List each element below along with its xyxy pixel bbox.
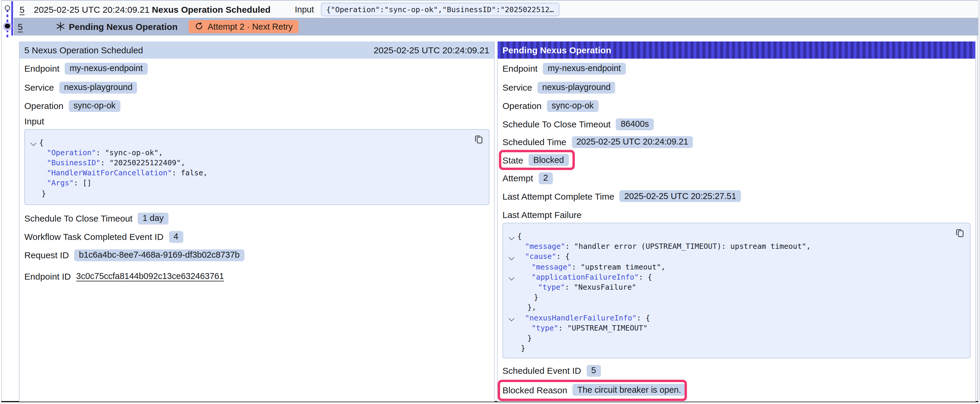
- field-schedule-to-close-timeout: Schedule To Close Timeout 1 day: [24, 212, 169, 225]
- json-text: : {: [636, 313, 650, 322]
- blocked-reason-annotation-highlight: [498, 380, 687, 401]
- json-text: }: [534, 293, 538, 301]
- event-id-link[interactable]: 5: [19, 4, 25, 14]
- last-attempt-failure-label: Last Attempt Failure: [503, 208, 582, 221]
- attempt-retry-badge-label: Attempt 2 · Next Retry: [208, 22, 293, 32]
- json-key: "applicationFailureInfo": [531, 273, 639, 281]
- field-label: Attempt: [503, 173, 533, 183]
- field-label: Schedule To Close Timeout: [503, 119, 611, 129]
- copy-icon[interactable]: [474, 134, 484, 144]
- field-workflow-task-completed-event-id: Workflow Task Completed Event ID 4: [24, 230, 183, 243]
- field-value-badge: b1c6a4bc-8ee7-468a-9169-df3b02c8737b: [74, 249, 244, 261]
- json-text: : "handler error (UPSTREAM_TIMEOUT): ups…: [565, 242, 811, 250]
- field-attempt: Attempt 2: [503, 171, 553, 185]
- selected-event-accent-bar: [11, 1, 13, 36]
- json-key: "BusinessID": [47, 158, 100, 167]
- json-key: "Args": [47, 179, 73, 187]
- pending-event-name: Pending Nexus Operation: [69, 22, 178, 32]
- field-endpoint-id: Endpoint ID 3c0c75ccfa8144b092c13ce63246…: [24, 269, 224, 282]
- field-label: Operation: [503, 101, 542, 111]
- json-text: }: [521, 344, 525, 352]
- pending-panel-header: Pending Nexus Operation: [498, 41, 975, 59]
- field-label: Service: [24, 82, 54, 92]
- json-text: }: [527, 334, 532, 342]
- chevron-down-icon[interactable]: [509, 254, 514, 260]
- field-value-badge: 1 day: [138, 212, 169, 224]
- pending-panel-title: Pending Nexus Operation: [503, 45, 611, 55]
- json-key: "message": [531, 262, 571, 271]
- asterisk-icon: [56, 22, 65, 32]
- json-text: : "UPSTREAM_TIMEOUT": [558, 323, 648, 332]
- chevron-down-icon[interactable]: [509, 234, 514, 239]
- endpoint-id-link[interactable]: 3c0c75ccfa8144b092c13ce632463761: [76, 271, 224, 281]
- event-row-nexus-operation-scheduled[interactable]: 5 2025-02-25 UTC 20:24:09.21 Nexus Opera…: [13, 1, 978, 17]
- scrollbar-track[interactable]: [978, 0, 980, 404]
- field-value-badge: 5: [586, 364, 601, 377]
- json-text: : "upstream timeout",: [571, 262, 665, 271]
- attempt-retry-badge: Attempt 2 · Next Retry: [189, 20, 299, 33]
- copy-icon[interactable]: [955, 228, 964, 238]
- timeline-open-circle-marker: [5, 5, 10, 11]
- field-operation: Operation sync-op-ok: [24, 99, 121, 112]
- json-key: "type": [538, 282, 565, 292]
- field-value-badge: nexus-playground: [59, 81, 137, 93]
- json-text: },: [527, 303, 536, 312]
- scheduled-panel-header: 5 Nexus Operation Scheduled 2025-02-25 U…: [19, 41, 494, 59]
- json-key: "Operation": [47, 148, 96, 157]
- chevron-down-icon[interactable]: [509, 275, 514, 280]
- field-label: Last Attempt Complete Time: [503, 191, 614, 201]
- field-scheduled-time: Scheduled Time 2025-02-25 UTC 20:24:09.2…: [503, 135, 693, 148]
- event-id-link[interactable]: 5: [18, 22, 23, 32]
- field-label: Service: [503, 82, 532, 92]
- event-name: Nexus Operation Scheduled: [152, 4, 270, 14]
- field-last-attempt-complete-time: Last Attempt Complete Time 2025-02-25 UT…: [503, 190, 741, 203]
- input-section-label: Input: [24, 114, 44, 127]
- field-value-badge: 86400s: [616, 118, 654, 130]
- timeline-current-marker: [3, 22, 12, 30]
- input-json-viewer: {"Operation": "sync-op-ok","BusinessID":…: [24, 129, 489, 205]
- field-value-badge: 2025-02-25 UTC 20:25:27.51: [620, 190, 741, 202]
- field-value-badge: 2: [538, 172, 553, 184]
- json-text: }: [41, 189, 46, 198]
- json-key: "HandlerWaitForCancellation": [47, 168, 172, 177]
- field-service: Service nexus-playground: [24, 81, 137, 94]
- json-text: : false,: [172, 168, 207, 177]
- field-endpoint: Endpoint my-nexus-endpoint: [24, 62, 147, 75]
- field-value-badge: my-nexus-endpoint: [543, 62, 625, 74]
- field-service: Service nexus-playground: [503, 81, 616, 94]
- chevron-down-icon[interactable]: [509, 316, 514, 321]
- json-text: : "20250225122409",: [100, 158, 185, 167]
- failure-json-viewer: {"message": "handler error (UPSTREAM_TIM…: [503, 223, 970, 358]
- input-label: Input: [295, 5, 314, 14]
- json-text: : []: [73, 179, 91, 187]
- json-text: : {: [639, 273, 652, 281]
- field-operation: Operation sync-op-ok: [503, 99, 598, 112]
- state-annotation-highlight: [499, 150, 575, 170]
- pending-nexus-operation-panel: Pending Nexus Operation Endpoint my-nexu…: [497, 41, 976, 401]
- chevron-down-icon[interactable]: [30, 140, 36, 146]
- timeline-current-dot: [5, 24, 10, 29]
- event-timestamp: 2025-02-25 UTC 20:24:09.21: [34, 4, 150, 14]
- field-value-badge: 4: [169, 231, 183, 242]
- field-label: Schedule To Close Timeout: [24, 213, 133, 223]
- container-right-border: [977, 0, 978, 401]
- scheduled-panel-title: 5 Nexus Operation Scheduled: [24, 45, 143, 55]
- field-label: Operation: [24, 101, 64, 111]
- field-scheduled-event-id: Scheduled Event ID 5: [503, 364, 601, 377]
- field-value-badge: 2025-02-25 UTC 20:24:09.21: [571, 136, 693, 148]
- container-left-border: [1, 0, 2, 401]
- json-key: "message": [525, 242, 565, 250]
- json-key: "cause": [525, 252, 556, 261]
- event-row-pending-nexus-operation[interactable]: 5 Pending Nexus Operation Attempt 2 · Ne…: [13, 17, 978, 36]
- retry-circular-arrow-icon: [194, 22, 204, 31]
- field-label: Endpoint: [24, 63, 59, 73]
- field-label: Scheduled Event ID: [503, 366, 581, 375]
- field-label: Endpoint: [503, 63, 538, 73]
- json-text: : "NexusFailure": [565, 282, 636, 292]
- field-schedule-to-close-timeout: Schedule To Close Timeout 86400s: [503, 117, 654, 131]
- field-value-badge: nexus-playground: [538, 81, 616, 93]
- container-top-border: [1, 0, 978, 1]
- field-value-badge: sync-op-ok: [547, 100, 598, 112]
- json-key: "type": [531, 323, 558, 332]
- temporal-event-history-view: 5 2025-02-25 UTC 20:24:09.21 Nexus Opera…: [0, 0, 980, 404]
